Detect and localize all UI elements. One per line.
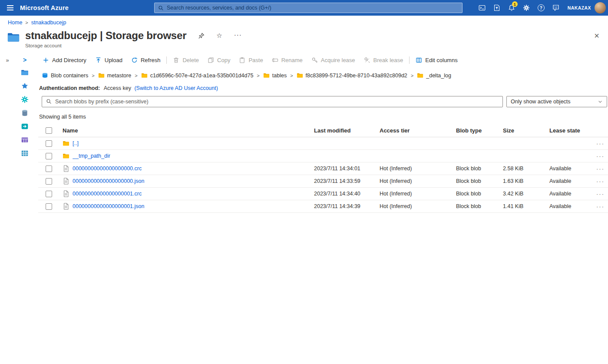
table-row[interactable]: 00000000000000000001.crc 2023/7/11 14:34… [38,188,608,200]
sidebar-item-favorites[interactable] [20,82,29,90]
breadcrumb-current[interactable]: stnakadbucejp [31,20,66,26]
favorite-star-icon[interactable]: ☆ [216,33,222,39]
blob-name-link[interactable]: __tmp_path_dir [73,153,110,159]
column-header-access-tier[interactable]: Access tier [380,127,456,134]
row-more-icon[interactable]: ··· [596,166,605,172]
row-more-icon[interactable]: ··· [596,141,605,146]
sidebar-item-blob-containers[interactable] [20,69,29,76]
row-checkbox[interactable] [46,203,52,210]
copy-icon [208,57,214,63]
row-more-icon[interactable]: ··· [596,153,605,159]
column-header-size[interactable]: Size [503,127,549,134]
blob-name-link[interactable]: 00000000000000000001.crc [73,191,142,197]
smiley-icon [552,4,559,11]
active-objects-dropdown[interactable]: Only show active objects [506,96,607,107]
column-header-lease-state[interactable]: Lease state [549,127,593,134]
table-row[interactable]: 00000000000000000000.crc 2023/7/11 14:34… [38,162,608,175]
sidebar-item-containers[interactable] [20,109,29,117]
cell-access-tier: Hot (Inferred) [380,165,456,172]
break-lease-button[interactable]: Break lease [360,53,408,66]
star-icon [21,82,29,90]
path-segment-tables[interactable]: tables [263,72,287,79]
acquire-lease-button[interactable]: Acquire lease [307,53,360,66]
path-breadcrumb: Blob containers > metastore > c1d6596c-5… [42,72,608,79]
sidebar-item-grid[interactable] [20,149,29,157]
sidebar-item-queues[interactable] [20,122,29,130]
queue-icon [21,122,29,130]
sidebar-item-file-shares[interactable] [20,96,29,103]
global-search-input[interactable] [167,5,459,11]
topbar-actions: 1 ? NAKAZAX [475,0,608,16]
storage-browser-main: Add Directory Upload Refresh Delete Copy [35,53,608,357]
folder-icon [98,72,105,79]
switch-auth-link[interactable]: (Switch to Azure AD User Account) [134,85,218,91]
cloud-shell-icon[interactable] [475,0,489,16]
path-segment-guid-2[interactable]: f8c83899-5712-49be-8710-43a892c809d2 [297,72,407,79]
path-segment-metastore[interactable]: metastore [98,72,132,79]
column-header-blob-type[interactable]: Blob type [456,127,503,134]
refresh-icon [131,57,138,63]
close-icon[interactable]: × [594,30,599,40]
row-checkbox[interactable] [46,140,52,147]
path-segment-guid-1[interactable]: c1d6596c-507e-427d-a1ea-535b001d4d75 [141,72,254,79]
hamburger-menu-icon[interactable] [0,0,20,16]
row-more-icon[interactable]: ··· [596,204,605,209]
column-header-last-modified[interactable]: Last modified [314,127,380,134]
breadcrumb: Home > stnakadbucejp [8,20,608,26]
breadcrumb-separator-icon: > [25,20,28,25]
blob-table: Name Last modified Access tier Blob type… [38,124,608,213]
row-checkbox[interactable] [46,191,52,197]
product-name[interactable]: Microsoft Azure [20,4,69,11]
feedback-icon[interactable] [549,0,563,16]
cell-lease-state: Available [549,203,593,209]
row-checkbox[interactable] [46,178,52,185]
path-segment-delta-log[interactable]: _delta_log [417,72,451,79]
blob-name-link[interactable]: [..] [73,140,79,146]
row-more-icon[interactable]: ··· [596,191,605,197]
row-checkbox[interactable] [46,153,52,159]
add-directory-button[interactable]: Add Directory [38,53,91,66]
copy-button[interactable]: Copy [203,53,235,66]
blob-name-link[interactable]: 00000000000000000000.json [73,178,144,184]
blob-container-icon [42,72,48,79]
table-row[interactable]: [..] ··· [38,137,608,150]
refresh-button[interactable]: Refresh [127,53,165,66]
path-segment-blob-containers[interactable]: Blob containers [42,72,88,79]
gear-flower-icon [21,96,29,103]
delete-button[interactable]: Delete [169,53,203,66]
cell-lease-state: Available [549,178,593,184]
row-more-icon[interactable]: ··· [596,179,605,184]
global-search[interactable] [154,3,463,13]
cell-access-tier: Hot (Inferred) [380,178,456,184]
terminal-icon [479,4,486,11]
column-header-name[interactable]: Name [63,127,314,134]
edit-columns-button[interactable]: Edit columns [411,53,462,66]
paste-icon [239,57,245,63]
user-name[interactable]: NAKAZAX [568,5,591,10]
blob-name-link[interactable]: 00000000000000000000.crc [73,165,142,172]
table-row[interactable]: 00000000000000000001.json 2023/7/11 14:3… [38,200,608,213]
table-row[interactable]: __tmp_path_dir ··· [38,150,608,162]
blob-search-input[interactable] [42,96,503,107]
path-separator-icon: > [257,73,259,78]
pin-icon[interactable] [198,33,205,39]
avatar[interactable] [595,2,606,13]
rename-button[interactable]: Rename [268,53,307,66]
file-icon [63,178,69,185]
row-checkbox[interactable] [46,165,52,172]
expand-tree-icon[interactable]: > [23,57,26,63]
blob-name-link[interactable]: 00000000000000000001.json [73,203,144,209]
cell-blob-type: Block blob [456,165,503,172]
more-options-icon[interactable]: ··· [234,31,242,40]
notifications-bell-icon[interactable]: 1 [504,0,519,16]
paste-button[interactable]: Paste [235,53,267,66]
breadcrumb-home[interactable]: Home [8,20,22,26]
upload-button[interactable]: Upload [91,53,127,66]
table-row[interactable]: 00000000000000000000.json 2023/7/11 14:3… [38,175,608,188]
select-all-checkbox[interactable] [46,127,52,134]
help-icon[interactable]: ? [534,0,549,16]
expand-rail-icon[interactable]: » [6,57,9,63]
sidebar-item-tables[interactable] [20,136,29,144]
directory-filter-icon[interactable] [489,0,504,16]
settings-gear-icon[interactable] [519,0,534,16]
